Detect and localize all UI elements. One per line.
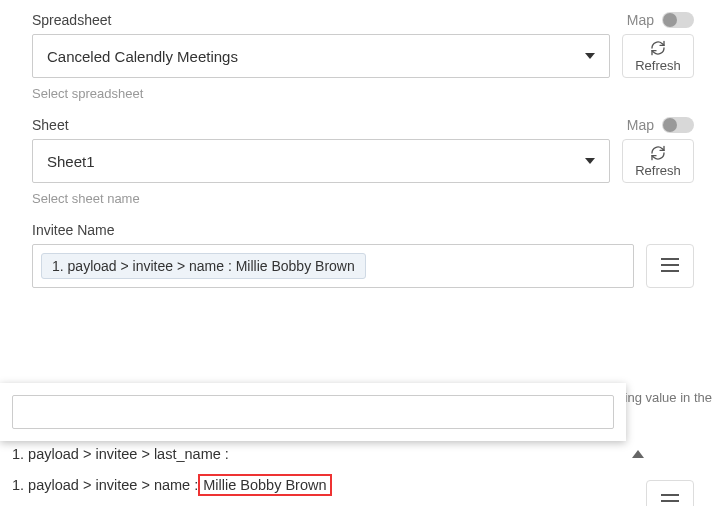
invitee-label: Invitee Name — [32, 222, 114, 238]
refresh-label: Refresh — [635, 163, 681, 178]
field-menu-button[interactable] — [646, 244, 694, 288]
hamburger-icon — [661, 492, 679, 507]
spreadsheet-map-control: Map — [627, 12, 694, 28]
sheet-field: Sheet Map Sheet1 Refresh Select sheet na… — [32, 113, 694, 206]
spreadsheet-label-row: Spreadsheet Map — [32, 8, 694, 28]
field-menu-button[interactable] — [646, 480, 694, 506]
invitee-label-row: Invitee Name — [32, 218, 694, 238]
suggestion-highlight: Millie Bobby Brown — [198, 474, 331, 496]
spreadsheet-value: Canceled Calendly Meetings — [47, 48, 238, 65]
suggestion-text: 1. payload > invitee > last_name : — [12, 446, 229, 462]
variable-search-input[interactable] — [12, 395, 614, 429]
sheet-label-row: Sheet Map — [32, 113, 694, 133]
sheet-map-toggle[interactable] — [662, 117, 694, 133]
invitee-name-input[interactable]: 1. payload > invitee > name : Millie Bob… — [32, 244, 634, 288]
spreadsheet-label: Spreadsheet — [32, 12, 111, 28]
chevron-down-icon — [585, 158, 595, 164]
refresh-icon — [650, 145, 666, 161]
sheet-helper: Select sheet name — [32, 191, 694, 206]
suggestion-prefix: 1. payload > invitee > name : — [12, 477, 198, 493]
invitee-name-field: Invitee Name 1. payload > invitee > name… — [32, 218, 694, 288]
refresh-label: Refresh — [635, 58, 681, 73]
sheet-value: Sheet1 — [47, 153, 95, 170]
chevron-down-icon — [585, 53, 595, 59]
variable-picker-panel — [0, 383, 626, 441]
spreadsheet-field: Spreadsheet Map Canceled Calendly Meetin… — [32, 8, 694, 101]
spreadsheet-helper: Select spreadsheet — [32, 86, 694, 101]
variable-pill[interactable]: 1. payload > invitee > name : Millie Bob… — [41, 253, 366, 279]
suggestion-list: 1. payload > invitee > last_name : 1. pa… — [12, 440, 332, 502]
sheet-map-label: Map — [627, 117, 654, 133]
scroll-up-icon[interactable] — [632, 450, 644, 458]
sheet-refresh-button[interactable]: Refresh — [622, 139, 694, 183]
spreadsheet-map-label: Map — [627, 12, 654, 28]
spreadsheet-refresh-button[interactable]: Refresh — [622, 34, 694, 78]
hamburger-icon — [661, 256, 679, 277]
refresh-icon — [650, 40, 666, 56]
spreadsheet-select[interactable]: Canceled Calendly Meetings — [32, 34, 610, 78]
suggestion-item[interactable]: 1. payload > invitee > name : Millie Bob… — [12, 468, 332, 502]
sheet-label: Sheet — [32, 117, 69, 133]
spreadsheet-map-toggle[interactable] — [662, 12, 694, 28]
suggestion-item[interactable]: 1. payload > invitee > last_name : — [12, 440, 332, 468]
sheet-map-control: Map — [627, 117, 694, 133]
sheet-select[interactable]: Sheet1 — [32, 139, 610, 183]
